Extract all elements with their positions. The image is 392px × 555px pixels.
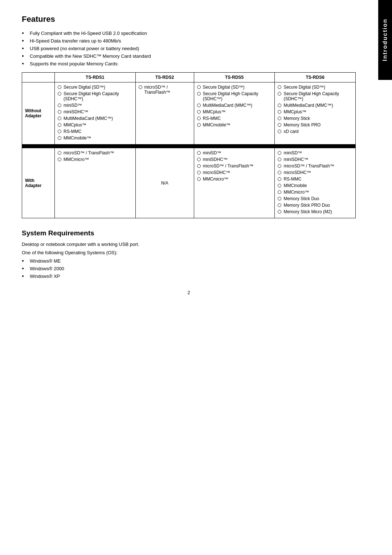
sys-req-bullet-3: Windows® XP — [22, 274, 356, 279]
col-header-empty — [22, 73, 55, 82]
bullet-item-3: USB powered (no external power or batter… — [22, 46, 356, 51]
bullet-item-4: Compatible with the New SDHC™ Memory Car… — [22, 53, 356, 59]
rds2-without-cell: microSD™ / TransFlash™ — [135, 82, 194, 145]
col-header-rds5: TS-RDS5 — [194, 73, 275, 82]
side-tab-label: Introduction — [382, 19, 388, 61]
rds5-with-cell: miniSD™ miniSDHC™ microSD™ / TransFlash™… — [194, 148, 275, 218]
bullet-item-1: Fully Compliant with the Hi-Speed USB 2.… — [22, 31, 356, 36]
col-header-rds6: TS-RDS6 — [275, 73, 356, 82]
rds2-with-cell: N/A — [135, 148, 194, 218]
page-number: 2 — [22, 290, 356, 295]
compatibility-table: TS-RDS1 TS-RDS2 TS-RDS5 TS-RDS6 WithoutA… — [22, 72, 356, 218]
bullet-item-2: Hi-Speed Data transfer rates up to 480Mb… — [22, 38, 356, 44]
features-bullet-list: Fully Compliant with the Hi-Speed USB 2.… — [22, 31, 356, 66]
sys-req-bullet-list: Windows® ME Windows® 2000 Windows® XP — [22, 258, 356, 279]
features-title: Features — [22, 15, 356, 24]
rds1-without-cell: Secure Digital (SD™) Secure Digital High… — [55, 82, 136, 145]
without-adapter-row: WithoutAdapter Secure Digital (SD™) Secu… — [22, 82, 356, 145]
sys-req-desc1: Desktop or notebook computer with a work… — [22, 242, 356, 247]
rds6-with-cell: miniSD™ miniSDHC™ microSD™ / TransFlash™… — [275, 148, 356, 218]
col-header-rds1: TS-RDS1 — [55, 73, 136, 82]
sys-req-bullet-1: Windows® ME — [22, 258, 356, 264]
sys-req-desc2: One of the following Operating Systems (… — [22, 250, 356, 255]
system-requirements-title: System Requirements — [22, 229, 356, 237]
sys-req-bullet-2: Windows® 2000 — [22, 266, 356, 271]
with-adapter-row: WithAdapter microSD™ / TransFlash™ MMCmi… — [22, 148, 356, 218]
col-header-rds2: TS-RDS2 — [135, 73, 194, 82]
bullet-item-5: Supports the most popular Memory Cards: — [22, 61, 356, 66]
rds1-with-cell: microSD™ / TransFlash™ MMCmicro™ — [55, 148, 136, 218]
without-adapter-label: WithoutAdapter — [22, 82, 55, 145]
rds5-without-cell: Secure Digital (SD™) Secure Digital High… — [194, 82, 275, 145]
rds6-without-cell: Secure Digital (SD™) Secure Digital High… — [275, 82, 356, 145]
with-adapter-label: WithAdapter — [22, 148, 55, 218]
side-tab: Introduction — [378, 0, 392, 80]
separator-row — [22, 145, 356, 148]
